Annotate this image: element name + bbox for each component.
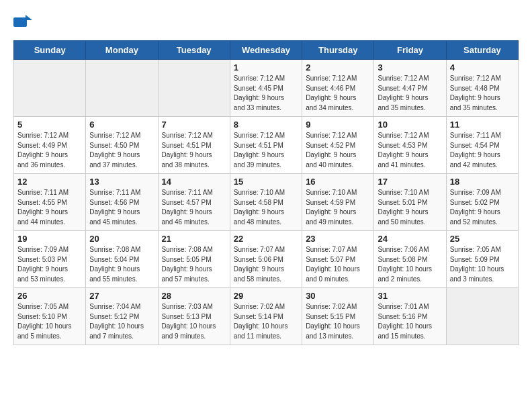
day-number: 1 — [234, 62, 298, 73]
calendar-cell: 19Sunrise: 7:09 AM Sunset: 5:03 PM Dayli… — [14, 231, 86, 288]
day-info: Sunrise: 7:08 AM Sunset: 5:05 PM Dayligh… — [162, 245, 226, 284]
day-number: 12 — [17, 177, 82, 187]
calendar-table: SundayMondayTuesdayWednesdayThursdayFrid… — [13, 40, 519, 345]
day-info: Sunrise: 7:12 AM Sunset: 4:52 PM Dayligh… — [306, 131, 370, 170]
day-info: Sunrise: 7:04 AM Sunset: 5:12 PM Dayligh… — [89, 302, 154, 341]
svg-marker-1 — [26, 15, 32, 20]
calendar-cell: 24Sunrise: 7:06 AM Sunset: 5:08 PM Dayli… — [374, 231, 446, 288]
day-info: Sunrise: 7:02 AM Sunset: 5:15 PM Dayligh… — [306, 302, 370, 341]
day-number: 25 — [450, 234, 515, 244]
day-number: 3 — [378, 62, 442, 73]
calendar-cell: 11Sunrise: 7:11 AM Sunset: 4:54 PM Dayli… — [446, 117, 518, 174]
day-info: Sunrise: 7:12 AM Sunset: 4:50 PM Dayligh… — [89, 131, 154, 170]
day-header-saturday: Saturday — [446, 41, 518, 60]
calendar-cell: 2Sunrise: 7:12 AM Sunset: 4:46 PM Daylig… — [302, 60, 374, 117]
day-info: Sunrise: 7:07 AM Sunset: 5:07 PM Dayligh… — [306, 245, 370, 284]
day-info: Sunrise: 7:09 AM Sunset: 5:02 PM Dayligh… — [450, 188, 515, 227]
calendar-cell: 3Sunrise: 7:12 AM Sunset: 4:47 PM Daylig… — [374, 60, 446, 117]
day-number: 15 — [234, 177, 298, 187]
day-info: Sunrise: 7:02 AM Sunset: 5:14 PM Dayligh… — [234, 302, 298, 341]
day-info: Sunrise: 7:11 AM Sunset: 4:55 PM Dayligh… — [17, 188, 82, 227]
day-number: 4 — [450, 62, 515, 73]
day-info: Sunrise: 7:11 AM Sunset: 4:54 PM Dayligh… — [450, 131, 515, 170]
day-info: Sunrise: 7:07 AM Sunset: 5:06 PM Dayligh… — [234, 245, 298, 284]
day-info: Sunrise: 7:12 AM Sunset: 4:49 PM Dayligh… — [17, 131, 82, 170]
day-number: 17 — [378, 177, 442, 187]
day-number: 29 — [234, 291, 298, 301]
calendar-cell: 6Sunrise: 7:12 AM Sunset: 4:50 PM Daylig… — [86, 117, 158, 174]
day-header-tuesday: Tuesday — [158, 41, 230, 60]
calendar-cell: 9Sunrise: 7:12 AM Sunset: 4:52 PM Daylig… — [302, 117, 374, 174]
day-number: 5 — [17, 120, 82, 130]
calendar-week-row: 5Sunrise: 7:12 AM Sunset: 4:49 PM Daylig… — [14, 117, 519, 174]
day-info: Sunrise: 7:12 AM Sunset: 4:47 PM Dayligh… — [378, 74, 442, 113]
day-number: 13 — [89, 177, 154, 187]
calendar-cell: 15Sunrise: 7:10 AM Sunset: 4:58 PM Dayli… — [230, 174, 302, 231]
logo-icon — [13, 13, 32, 30]
calendar-cell — [86, 60, 158, 117]
day-info: Sunrise: 7:10 AM Sunset: 4:58 PM Dayligh… — [234, 188, 298, 227]
calendar-cell: 1Sunrise: 7:12 AM Sunset: 4:45 PM Daylig… — [230, 60, 302, 117]
calendar-cell — [158, 60, 230, 117]
calendar-cell: 5Sunrise: 7:12 AM Sunset: 4:49 PM Daylig… — [14, 117, 86, 174]
calendar-cell: 29Sunrise: 7:02 AM Sunset: 5:14 PM Dayli… — [230, 288, 302, 345]
day-header-friday: Friday — [374, 41, 446, 60]
calendar-cell: 28Sunrise: 7:03 AM Sunset: 5:13 PM Dayli… — [158, 288, 230, 345]
day-number: 18 — [450, 177, 515, 187]
calendar-cell: 23Sunrise: 7:07 AM Sunset: 5:07 PM Dayli… — [302, 231, 374, 288]
day-info: Sunrise: 7:01 AM Sunset: 5:16 PM Dayligh… — [378, 302, 442, 341]
day-number: 2 — [306, 62, 370, 73]
calendar-cell: 30Sunrise: 7:02 AM Sunset: 5:15 PM Dayli… — [302, 288, 374, 345]
calendar-cell: 13Sunrise: 7:11 AM Sunset: 4:56 PM Dayli… — [86, 174, 158, 231]
day-info: Sunrise: 7:12 AM Sunset: 4:51 PM Dayligh… — [162, 131, 226, 170]
day-number: 11 — [450, 120, 515, 130]
calendar-cell: 26Sunrise: 7:05 AM Sunset: 5:10 PM Dayli… — [14, 288, 86, 345]
day-info: Sunrise: 7:12 AM Sunset: 4:45 PM Dayligh… — [234, 74, 298, 113]
calendar-cell: 27Sunrise: 7:04 AM Sunset: 5:12 PM Dayli… — [86, 288, 158, 345]
calendar-cell — [14, 60, 86, 117]
calendar-cell: 17Sunrise: 7:10 AM Sunset: 5:01 PM Dayli… — [374, 174, 446, 231]
calendar-cell: 14Sunrise: 7:11 AM Sunset: 4:57 PM Dayli… — [158, 174, 230, 231]
calendar-cell: 25Sunrise: 7:05 AM Sunset: 5:09 PM Dayli… — [446, 231, 518, 288]
calendar-header-row: SundayMondayTuesdayWednesdayThursdayFrid… — [14, 41, 519, 60]
day-number: 16 — [306, 177, 370, 187]
day-number: 22 — [234, 234, 298, 244]
calendar-cell: 16Sunrise: 7:10 AM Sunset: 4:59 PM Dayli… — [302, 174, 374, 231]
day-number: 26 — [17, 291, 82, 301]
calendar-cell — [446, 288, 518, 345]
day-number: 27 — [89, 291, 154, 301]
calendar-cell: 12Sunrise: 7:11 AM Sunset: 4:55 PM Dayli… — [14, 174, 86, 231]
calendar-cell: 10Sunrise: 7:12 AM Sunset: 4:53 PM Dayli… — [374, 117, 446, 174]
day-info: Sunrise: 7:03 AM Sunset: 5:13 PM Dayligh… — [162, 302, 226, 341]
day-info: Sunrise: 7:12 AM Sunset: 4:53 PM Dayligh… — [378, 131, 442, 170]
day-number: 7 — [162, 120, 226, 130]
calendar-cell: 21Sunrise: 7:08 AM Sunset: 5:05 PM Dayli… — [158, 231, 230, 288]
day-info: Sunrise: 7:10 AM Sunset: 5:01 PM Dayligh… — [378, 188, 442, 227]
day-number: 30 — [306, 291, 370, 301]
day-info: Sunrise: 7:11 AM Sunset: 4:57 PM Dayligh… — [162, 188, 226, 227]
day-number: 24 — [378, 234, 442, 244]
day-info: Sunrise: 7:08 AM Sunset: 5:04 PM Dayligh… — [89, 245, 154, 284]
calendar-cell: 20Sunrise: 7:08 AM Sunset: 5:04 PM Dayli… — [86, 231, 158, 288]
day-number: 21 — [162, 234, 226, 244]
page-header — [13, 13, 519, 30]
calendar-cell: 31Sunrise: 7:01 AM Sunset: 5:16 PM Dayli… — [374, 288, 446, 345]
day-number: 9 — [306, 120, 370, 130]
day-number: 8 — [234, 120, 298, 130]
day-header-sunday: Sunday — [14, 41, 86, 60]
day-info: Sunrise: 7:12 AM Sunset: 4:48 PM Dayligh… — [450, 74, 515, 113]
day-info: Sunrise: 7:10 AM Sunset: 4:59 PM Dayligh… — [306, 188, 370, 227]
day-info: Sunrise: 7:05 AM Sunset: 5:10 PM Dayligh… — [17, 302, 82, 341]
day-info: Sunrise: 7:09 AM Sunset: 5:03 PM Dayligh… — [17, 245, 82, 284]
day-info: Sunrise: 7:12 AM Sunset: 4:51 PM Dayligh… — [234, 131, 298, 170]
day-header-wednesday: Wednesday — [230, 41, 302, 60]
day-header-thursday: Thursday — [302, 41, 374, 60]
svg-rect-0 — [13, 17, 27, 27]
day-header-monday: Monday — [86, 41, 158, 60]
calendar-cell: 7Sunrise: 7:12 AM Sunset: 4:51 PM Daylig… — [158, 117, 230, 174]
calendar-cell: 4Sunrise: 7:12 AM Sunset: 4:48 PM Daylig… — [446, 60, 518, 117]
day-number: 20 — [89, 234, 154, 244]
day-number: 6 — [89, 120, 154, 130]
day-number: 10 — [378, 120, 442, 130]
calendar-cell: 18Sunrise: 7:09 AM Sunset: 5:02 PM Dayli… — [446, 174, 518, 231]
